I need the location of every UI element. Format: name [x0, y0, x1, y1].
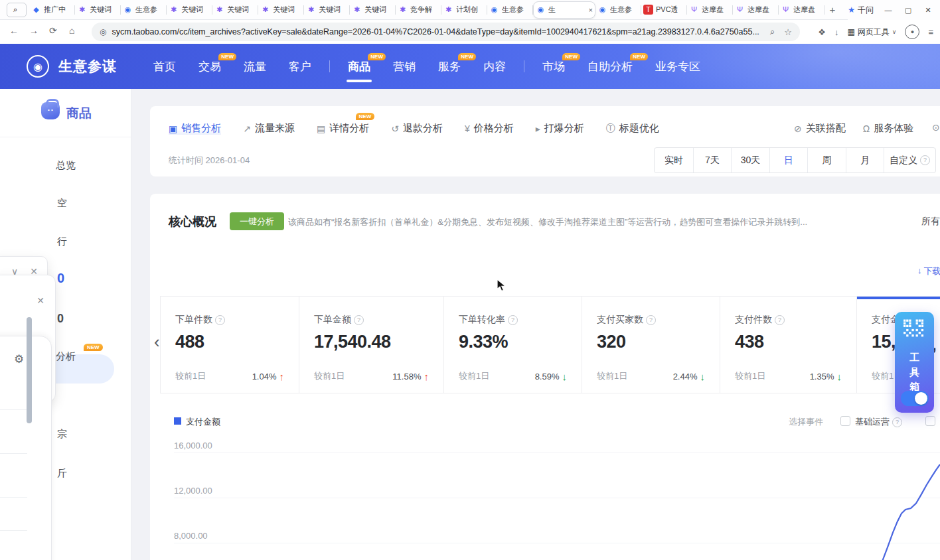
browser-tab-竞争解[interactable]: ✱竞争解 [396, 0, 441, 20]
browser-tab-关键词[interactable]: ✱关键词 [167, 0, 212, 20]
browser-tab-达摩盘[interactable]: Ψ达摩盘 [779, 0, 824, 20]
nav-item-营销[interactable]: 营销 [382, 59, 427, 74]
tab-关联搭配[interactable]: ⊘关联搭配 [794, 122, 846, 135]
new-tab-button[interactable]: + [824, 4, 840, 15]
tab-打爆分析[interactable]: ▸打爆分析 [536, 122, 584, 135]
metric-card-下单转化率[interactable]: 下单转化率?9.33%较前1日8.59%↓ [443, 297, 582, 393]
zoom-icon[interactable]: ⌕ [770, 27, 775, 37]
clipped-tab-icon[interactable]: ⊙ [932, 122, 940, 133]
toolbox-widget[interactable]: 工 具 箱 [895, 312, 934, 413]
qianwen-assistant-button[interactable]: ★ 千问 [848, 5, 874, 16]
browser-tab-生[interactable]: ◉生× [533, 1, 595, 19]
nav-item-客户[interactable]: 客户 [277, 59, 323, 74]
browser-tab-计划创[interactable]: ✱计划创 [441, 0, 487, 20]
window-minimize-button[interactable]: — [883, 6, 894, 14]
metric-card-支付买家数[interactable]: 支付买家数?320较前1日2.44%↓ [582, 297, 720, 393]
date-button-日[interactable]: 日 [769, 148, 807, 173]
nav-item-商品[interactable]: 商品NEW [337, 59, 382, 74]
qianwen-label: 千问 [858, 5, 874, 16]
browser-tab-关键词[interactable]: ✱关键词 [350, 0, 396, 20]
metric-card-下单金额[interactable]: 下单金额?17,540.48较前1日11.58%↑ [299, 297, 443, 393]
web-tools-button[interactable]: ▦ 网页工具 ∨ [847, 27, 896, 38]
close-icon[interactable]: ✕ [37, 295, 44, 306]
tab-服务体验[interactable]: Ω服务体验 [863, 122, 913, 135]
help-icon[interactable]: ? [775, 315, 785, 325]
tab-退款分析[interactable]: ↺退款分析 [391, 122, 443, 135]
browser-tab-pinned[interactable]: ⌕ [7, 3, 27, 17]
basic-ops-checkbox[interactable] [840, 416, 850, 426]
help-icon[interactable]: ? [646, 315, 656, 325]
subtab-label: 打爆分析 [544, 122, 584, 135]
tab-价格分析[interactable]: ¥价格分析 [465, 122, 514, 135]
one-click-analyze-button[interactable]: 一键分析 [230, 212, 284, 230]
window-maximize-button[interactable]: ▢ [903, 6, 913, 15]
help-icon[interactable]: ? [508, 315, 518, 325]
browser-tab-关键词[interactable]: ✱关键词 [212, 0, 258, 20]
help-icon[interactable]: ? [215, 315, 225, 325]
url-text[interactable]: sycm.taobao.com/cc/item_archives?activeK… [112, 27, 761, 36]
sidebar-item-fragment[interactable]: 0 [57, 271, 64, 286]
forward-button[interactable]: → [29, 25, 39, 36]
tab-title: 生意参 [135, 5, 165, 15]
menu-icon[interactable]: ≡ [928, 27, 933, 37]
sidebar-item-fragment[interactable]: 斤 [57, 467, 67, 480]
reload-button[interactable]: ⟳ [49, 25, 57, 36]
sidebar-item-fragment[interactable]: 0 [57, 312, 64, 326]
extensions-icon[interactable]: ❖ [818, 27, 826, 37]
nav-item-首页[interactable]: 首页 [142, 59, 187, 74]
metric-card-支付件数[interactable]: 支付件数?438较前1日1.35%↓ [720, 297, 856, 393]
window-close-button[interactable]: ✕ [923, 6, 933, 15]
site-info-icon[interactable]: ◎ [100, 27, 106, 36]
nav-item-自助分析[interactable]: 自助分析NEW [576, 59, 644, 74]
popup-scrollbar[interactable] [27, 317, 32, 423]
bookmark-star-icon[interactable]: ☆ [784, 27, 792, 37]
home-button[interactable]: ⌂ [69, 25, 74, 36]
browser-tab-关键词[interactable]: ✱关键词 [258, 0, 304, 20]
date-button-7天[interactable]: 7天 [693, 148, 731, 173]
nav-item-市场[interactable]: 市场NEW [531, 59, 576, 74]
browser-tab-达摩盘[interactable]: Ψ达摩盘 [733, 0, 779, 20]
address-bar[interactable]: ◎ sycm.taobao.com/cc/item_archives?activ… [92, 23, 800, 41]
date-button-30天[interactable]: 30天 [731, 148, 769, 173]
terminal-filter-fragment[interactable]: 所有 [921, 216, 940, 228]
browser-tab-PVC透[interactable]: TPVC透 [641, 0, 687, 20]
browser-tab-关键词[interactable]: ✱关键词 [75, 0, 121, 20]
date-button-自定义[interactable]: 自定义? [884, 148, 935, 173]
tab-标题优化[interactable]: Ⓣ标题优化 [606, 122, 659, 135]
browser-tab-生意参[interactable]: ◉生意参 [487, 0, 533, 20]
browser-tab-关键词[interactable]: ✱关键词 [304, 0, 350, 20]
browser-tab-生意参[interactable]: ◉生意参 [595, 0, 641, 20]
help-icon[interactable]: ? [354, 315, 364, 325]
profile-avatar[interactable]: ● [905, 25, 919, 39]
cards-scroll-left-chevron[interactable]: ‹ [154, 332, 160, 352]
back-button[interactable]: ← [9, 25, 19, 36]
nav-item-交易[interactable]: 交易NEW [187, 59, 232, 74]
sidebar-item-fragment[interactable]: 宗 [57, 428, 67, 441]
nav-item-内容[interactable]: 内容 [472, 59, 517, 74]
browser-tab-推广中[interactable]: ◆推广中 [29, 0, 75, 20]
sidebar-item-fragment[interactable]: 分析 [56, 350, 76, 363]
nav-item-服务[interactable]: 服务NEW [427, 59, 472, 74]
tab-流量来源[interactable]: ↗流量来源 [243, 122, 295, 135]
date-button-周[interactable]: 周 [807, 148, 846, 173]
metric-card-下单件数[interactable]: 下单件数?488较前1日1.04%↑ [161, 297, 299, 393]
tab-销售分析[interactable]: ▣销售分析 [169, 122, 221, 135]
sidebar-item-fragment[interactable]: 空 [57, 197, 67, 210]
tab-详情分析[interactable]: ▤详情分析NEW [317, 122, 369, 135]
downloads-icon[interactable]: ↓ [834, 27, 839, 37]
nav-item-流量[interactable]: 流量 [232, 59, 277, 74]
gear-icon[interactable]: ⚙ [14, 352, 24, 366]
browser-tab-生意参[interactable]: ◉生意参 [121, 0, 167, 20]
download-link[interactable]: ↓ 下载 [917, 265, 940, 277]
toolbox-toggle[interactable] [901, 391, 929, 406]
help-icon[interactable]: ? [892, 417, 902, 427]
close-icon[interactable]: × [589, 6, 593, 14]
sidebar-item-fragment[interactable]: 行 [57, 236, 67, 248]
sidebar-item-fragment[interactable]: 总览 [56, 159, 76, 172]
tab-title: 计划创 [456, 5, 485, 15]
browser-tab-达摩盘[interactable]: Ψ达摩盘 [687, 0, 733, 20]
date-button-实时[interactable]: 实时 [655, 148, 693, 173]
second-event-checkbox[interactable] [925, 416, 935, 426]
date-button-月[interactable]: 月 [846, 148, 884, 173]
nav-item-业务专区[interactable]: 业务专区 [644, 59, 712, 74]
